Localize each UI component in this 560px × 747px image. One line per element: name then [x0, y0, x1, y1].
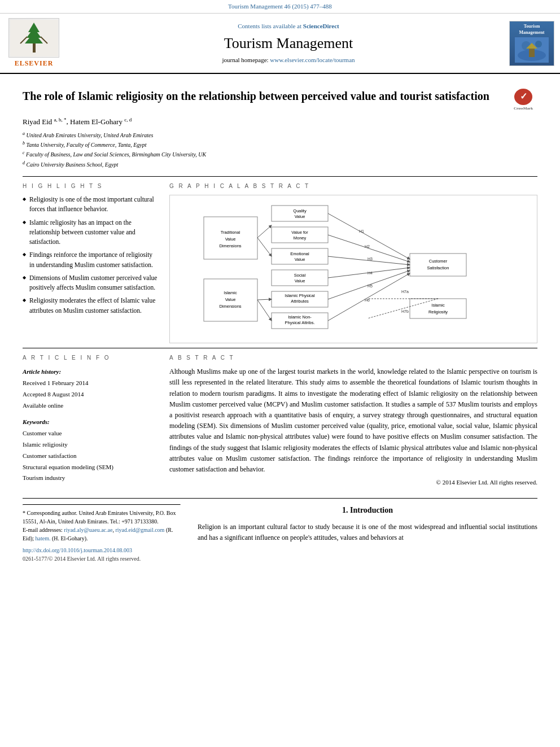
svg-text:Islamic: Islamic [431, 303, 445, 308]
svg-text:Value: Value [295, 257, 305, 262]
keywords-label: Keywords: [23, 417, 158, 428]
svg-text:Dimensions: Dimensions [219, 304, 241, 309]
svg-text:H4: H4 [368, 271, 373, 275]
article-info-label: A R T I C L E I N F O [23, 354, 158, 362]
highlight-item-3: Findings reinforce the importance of rel… [23, 250, 158, 270]
email-suffix-3: (H. El-Gohary). [52, 535, 88, 541]
svg-text:Religiosity: Religiosity [428, 309, 448, 314]
sciencedirect-label: Contents lists available at ScienceDirec… [68, 22, 509, 30]
highlight-item-1: Religiosity is one of the most important… [23, 195, 158, 215]
crossmark-badge: ✓ CrossMark [509, 89, 537, 111]
svg-point-10 [535, 41, 542, 47]
svg-text:Satisfaction: Satisfaction [427, 265, 449, 270]
journal-thumbnail: Tourism Management [509, 21, 554, 66]
main-content: The role of Islamic religiosity on the r… [0, 74, 560, 569]
divider-1 [23, 176, 537, 177]
keyword-5: Tourism industry [23, 473, 158, 484]
affil-c: c Faculty of Business, Law and Social Sc… [23, 150, 537, 159]
bottom-section: * Corresponding author. United Arab Emir… [23, 498, 537, 563]
intro-section: 1. Introduction Religion is an important… [198, 504, 537, 563]
svg-text:Value: Value [295, 214, 305, 219]
affil-b: b Tanta University, Faculty of Commerce,… [23, 140, 537, 150]
svg-line-54 [328, 273, 410, 321]
svg-text:Dimensions: Dimensions [219, 243, 241, 248]
authors-line: Riyad Eid a, b, *, Hatem El-Gohary c, d [23, 116, 537, 127]
footnote-divider [23, 504, 181, 505]
svg-line-49 [328, 213, 410, 259]
copyright-notice: © 2014 Elsevier Ltd. All rights reserved… [169, 478, 537, 487]
affil-d: d Cairo University Business School, Egyp… [23, 160, 537, 169]
svg-text:Traditional: Traditional [221, 230, 240, 235]
svg-text:Value for: Value for [291, 230, 308, 235]
keywords-section: Keywords: Customer value Islamic religio… [23, 417, 158, 484]
svg-text:Quality: Quality [293, 208, 307, 213]
keyword-4: Structural equation modeling (SEM) [23, 462, 158, 473]
intro-heading: 1. Introduction [198, 504, 537, 517]
svg-rect-11 [529, 49, 535, 57]
svg-line-46 [257, 238, 272, 256]
email-line: E-mail addresses: riyad.aly@uaeu.ac.ae, … [23, 526, 181, 543]
svg-text:Islamic: Islamic [224, 290, 237, 295]
svg-text:H2: H2 [365, 244, 370, 248]
svg-rect-1 [33, 42, 36, 53]
svg-text:H7b: H7b [401, 309, 409, 313]
crossmark-icon: ✓ [514, 89, 532, 105]
history-label: Article history: [23, 366, 158, 378]
abstract-col: A B S T R A C T Although Muslims make up… [169, 354, 537, 487]
svg-line-45 [257, 225, 272, 238]
highlights-label: H I G H L I G H T S [23, 182, 158, 190]
svg-text:Social: Social [294, 273, 306, 278]
abstract-diagram: Traditional Value Dimensions Islamic Val… [174, 200, 532, 335]
author-riyad: Riyad Eid a, b, * [23, 117, 67, 126]
issn-line: 0261-5177/© 2014 Elsevier Ltd. All right… [23, 554, 181, 563]
journal-top-bar: Tourism Management 46 (2015) 477–488 [0, 0, 560, 14]
article-history: Article history: Received 1 February 201… [23, 366, 158, 411]
keyword-3: Customer satisfaction [23, 451, 158, 462]
left-column: H I G H L I G H T S Religiosity is one o… [23, 182, 158, 343]
elsevier-tree-image [8, 18, 59, 58]
article-info-abstract: A R T I C L E I N F O Article history: R… [23, 354, 537, 487]
svg-text:Attributes: Attributes [291, 299, 309, 304]
footnote-left: * Corresponding author. United Arab Emir… [23, 504, 181, 563]
email-1[interactable]: riyad.aly@uaeu.ac.ae [64, 527, 112, 533]
corresponding-note: * Corresponding author. United Arab Emir… [23, 509, 181, 526]
homepage-url[interactable]: www.elsevier.com/locate/tourman [270, 56, 355, 63]
right-column: G R A P H I C A L A B S T R A C T Tradit… [169, 182, 537, 343]
keyword-2: Islamic religiosity [23, 439, 158, 451]
svg-text:Value: Value [295, 278, 305, 283]
article-info-col: A R T I C L E I N F O Article history: R… [23, 354, 158, 487]
svg-text:Value: Value [225, 237, 236, 242]
affil-a: a United Arab Emirates University, Unite… [23, 130, 537, 140]
article-title-text: The role of Islamic religiosity on the r… [23, 89, 509, 103]
received-date: Received 1 February 2014 [23, 378, 158, 389]
svg-text:H1: H1 [359, 229, 364, 233]
abstract-label: A B S T R A C T [169, 354, 537, 362]
elsevier-brand: ELSEVIER [15, 59, 54, 68]
svg-line-62 [368, 299, 438, 318]
elsevier-logo: ELSEVIER [6, 18, 62, 68]
journal-citation: Tourism Management 46 (2015) 477–488 [228, 3, 332, 10]
keyword-1: Customer value [23, 428, 158, 439]
homepage-label: journal homepage: [222, 56, 268, 63]
sciencedirect-name: ScienceDirect [303, 23, 339, 29]
doi-link[interactable]: http://dx.doi.org/10.1016/j.tourman.2014… [23, 546, 181, 554]
journal-homepage: journal homepage: www.elsevier.com/locat… [68, 56, 509, 64]
svg-text:Money: Money [294, 235, 307, 241]
email-2[interactable]: riyad.eid@gmail.com [115, 527, 164, 533]
svg-text:Customer: Customer [429, 259, 448, 264]
svg-text:H5: H5 [368, 284, 373, 288]
svg-text:Physical Attribs.: Physical Attribs. [285, 320, 315, 325]
abstract-text: Although Muslims make up one of the larg… [169, 366, 537, 475]
intro-text: Religion is an important cultural factor… [198, 522, 537, 543]
journal-title: Tourism Management [68, 33, 509, 54]
highlight-item-5: Religiosity moderates the effect of Isla… [23, 296, 158, 316]
email-3[interactable]: hatem. [36, 535, 51, 541]
highlights-list: Religiosity is one of the most important… [23, 195, 158, 316]
svg-line-47 [257, 299, 272, 300]
author-hatem: Hatem El-Gohary c, d [70, 117, 132, 126]
highlight-item-2: Islamic religiosity has an impact on the… [23, 218, 158, 247]
highlight-item-4: Dimensions of Muslim customer perceived … [23, 273, 158, 293]
article-title-section: The role of Islamic religiosity on the r… [23, 89, 537, 111]
accepted-date: Accepted 8 August 2014 [23, 389, 158, 400]
thumb-title: Tourism Management [512, 24, 552, 36]
